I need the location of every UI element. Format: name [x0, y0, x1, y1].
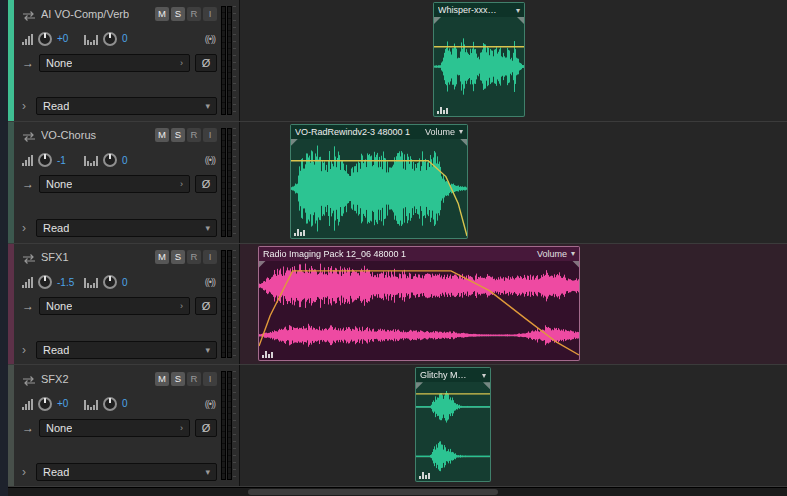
clip-menu-chevron-icon[interactable]: ▾: [571, 249, 575, 258]
volume-knob[interactable]: [38, 153, 52, 167]
volume-value[interactable]: +0: [57, 398, 79, 409]
scrollbar-thumb[interactable]: [248, 489, 498, 495]
pan-value[interactable]: 0: [122, 398, 134, 409]
pan-knob[interactable]: [103, 275, 117, 289]
clip-header[interactable]: Whisper-xxx… ▾: [434, 3, 524, 17]
volume-knob[interactable]: [38, 397, 52, 411]
io-value: None: [46, 300, 72, 312]
chevron-right-icon: ›: [180, 179, 183, 189]
record-arm-button[interactable]: R: [187, 128, 201, 142]
phase-invert-button[interactable]: Ø: [195, 419, 217, 437]
audio-clip-whisper[interactable]: Whisper-xxx… ▾: [433, 2, 525, 117]
track-header-ai-vo[interactable]: AI VO-Comp/Verb M S R I +0 0 ((•)): [8, 0, 240, 121]
input-monitoring-icon[interactable]: ((•)): [205, 34, 215, 44]
pan-bars-icon: [84, 398, 98, 410]
phase-invert-button[interactable]: Ø: [195, 54, 217, 72]
pan-value[interactable]: 0: [122, 277, 134, 288]
track-name[interactable]: SFX2: [41, 373, 69, 385]
volume-bars-icon: [22, 276, 33, 288]
clip-envelope-selector[interactable]: Volume: [425, 127, 455, 137]
volume-value[interactable]: -1.5: [57, 277, 79, 288]
io-value: None: [46, 178, 72, 190]
track-header-sfx1[interactable]: SFX1 M S R I -1.5 0 ((•)): [8, 244, 240, 365]
horizontal-scrollbar[interactable]: [8, 487, 787, 496]
track-lane-3[interactable]: Radio Imaging Pack 12_06 48000 1 Volume …: [240, 244, 787, 365]
mute-button[interactable]: M: [155, 372, 169, 386]
input-monitoring-icon[interactable]: ((•)): [205, 277, 215, 287]
input-monitor-button[interactable]: I: [203, 128, 217, 142]
track-header-sfx2[interactable]: SFX2 M S R I +0 0 ((•)): [8, 365, 240, 486]
automation-mode-select[interactable]: Read ▾: [36, 219, 217, 237]
solo-button[interactable]: S: [171, 7, 185, 21]
volume-envelope[interactable]: [434, 17, 524, 116]
pan-knob[interactable]: [103, 153, 117, 167]
pan-knob[interactable]: [103, 397, 117, 411]
mute-button[interactable]: M: [155, 128, 169, 142]
clip-menu-chevron-icon[interactable]: ▾: [459, 127, 463, 136]
volume-knob[interactable]: [38, 275, 52, 289]
volume-bars-icon: [22, 33, 33, 45]
clip-title: Radio Imaging Pack 12_06 48000 1: [263, 249, 533, 259]
audio-clip-vo-radrewind[interactable]: VO-RadRewindv2-3 48000 1 Volume ▾: [290, 124, 468, 239]
audio-clip-glitchy[interactable]: Glitchy M… ▾: [415, 367, 491, 482]
volume-bars-icon: [22, 154, 33, 166]
track-lane-2[interactable]: VO-RadRewindv2-3 48000 1 Volume ▾: [240, 122, 787, 243]
clip-header[interactable]: VO-RadRewindv2-3 48000 1 Volume ▾: [291, 125, 467, 139]
expand-chevron-icon[interactable]: ›: [22, 222, 31, 234]
expand-chevron-icon[interactable]: ›: [22, 466, 31, 478]
automation-mode-select[interactable]: Read ▾: [36, 463, 217, 481]
volume-envelope[interactable]: [291, 139, 467, 238]
input-monitor-button[interactable]: I: [203, 7, 217, 21]
audio-clip-radio-imaging[interactable]: Radio Imaging Pack 12_06 48000 1 Volume …: [258, 246, 580, 361]
solo-button[interactable]: S: [171, 372, 185, 386]
expand-chevron-icon[interactable]: ›: [22, 100, 31, 112]
chevron-right-icon: ›: [180, 423, 183, 433]
clip-header[interactable]: Glitchy M… ▾: [416, 368, 490, 382]
pan-value[interactable]: 0: [122, 155, 134, 166]
input-monitor-button[interactable]: I: [203, 250, 217, 264]
track-name[interactable]: SFX1: [41, 251, 69, 263]
output-routing-icon: →: [22, 178, 34, 190]
clip-header[interactable]: Radio Imaging Pack 12_06 48000 1 Volume …: [259, 247, 579, 261]
mute-button[interactable]: M: [155, 250, 169, 264]
automation-mode-select[interactable]: Read ▾: [36, 341, 217, 359]
track-lane-1[interactable]: Whisper-xxx… ▾: [240, 0, 787, 121]
io-select[interactable]: None ›: [39, 297, 190, 315]
track-lane-4[interactable]: Glitchy M… ▾: [240, 365, 787, 486]
clip-menu-chevron-icon[interactable]: ▾: [482, 371, 486, 380]
track-header-vo-chorus[interactable]: VO-Chorus M S R I -1 0 ((•)): [8, 122, 240, 243]
io-select[interactable]: None ›: [39, 175, 190, 193]
track-name[interactable]: VO-Chorus: [41, 129, 96, 141]
level-meter: [220, 122, 239, 243]
io-select[interactable]: None ›: [39, 54, 190, 72]
phase-invert-button[interactable]: Ø: [195, 175, 217, 193]
pan-knob[interactable]: [103, 32, 117, 46]
io-select[interactable]: None ›: [39, 419, 190, 437]
solo-button[interactable]: S: [171, 250, 185, 264]
track-name[interactable]: AI VO-Comp/Verb: [41, 8, 129, 20]
mute-button[interactable]: M: [155, 7, 169, 21]
clip-waveform-badge-icon: [437, 107, 448, 114]
phase-invert-button[interactable]: Ø: [195, 297, 217, 315]
input-monitor-button[interactable]: I: [203, 372, 217, 386]
volume-envelope[interactable]: [259, 261, 579, 360]
record-arm-button[interactable]: R: [187, 372, 201, 386]
input-monitoring-icon[interactable]: ((•)): [205, 399, 215, 409]
automation-mode-select[interactable]: Read ▾: [36, 97, 217, 115]
volume-knob[interactable]: [38, 32, 52, 46]
volume-value[interactable]: +0: [57, 33, 79, 44]
solo-button[interactable]: S: [171, 128, 185, 142]
record-arm-button[interactable]: R: [187, 250, 201, 264]
pan-bars-icon: [84, 154, 98, 166]
clip-waveform-badge-icon: [262, 351, 273, 358]
input-monitoring-icon[interactable]: ((•)): [205, 155, 215, 165]
volume-envelope[interactable]: [416, 382, 490, 481]
pan-value[interactable]: 0: [122, 33, 134, 44]
chevron-down-icon: ▾: [205, 345, 210, 355]
clip-menu-chevron-icon[interactable]: ▾: [516, 6, 520, 15]
record-arm-button[interactable]: R: [187, 7, 201, 21]
clip-envelope-selector[interactable]: Volume: [537, 249, 567, 259]
volume-value[interactable]: -1: [57, 155, 79, 166]
output-routing-icon: →: [22, 300, 34, 312]
expand-chevron-icon[interactable]: ›: [22, 344, 31, 356]
